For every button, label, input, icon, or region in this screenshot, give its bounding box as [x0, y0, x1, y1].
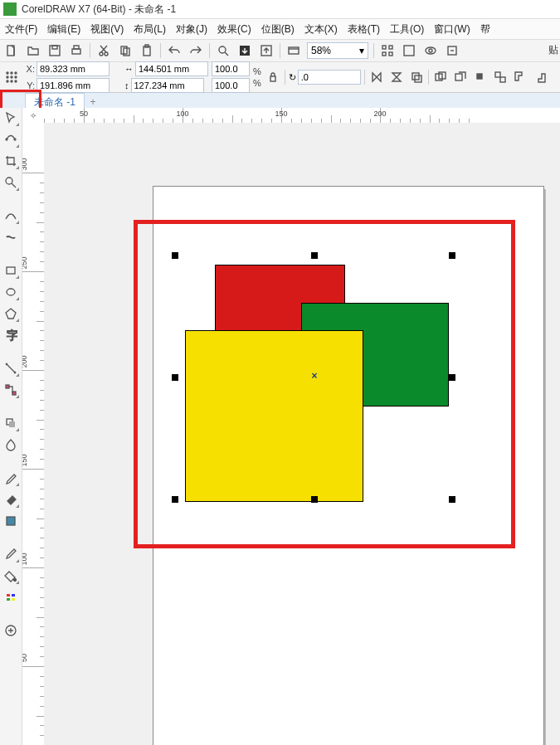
rectangle-tool[interactable] [2, 262, 19, 279]
x-label: X: [23, 64, 35, 74]
color-eyedropper-tool[interactable] [2, 470, 19, 486]
svg-rect-17 [382, 52, 386, 56]
y-position-input[interactable] [37, 78, 110, 93]
fullscreen-button[interactable] [401, 42, 417, 59]
intersect-button[interactable] [472, 69, 489, 85]
pick-tool[interactable] [2, 110, 19, 126]
polygon-tool[interactable] [2, 305, 19, 322]
selection-handle[interactable] [311, 496, 318, 503]
menu-tools[interactable]: 工具(O) [385, 22, 429, 37]
svg-point-30 [11, 80, 12, 82]
width-input[interactable] [135, 61, 208, 76]
copy-button[interactable] [117, 42, 134, 59]
drop-shadow-tool[interactable] [2, 415, 19, 431]
parallel-dim-tool[interactable] [2, 360, 19, 377]
paste-button[interactable] [139, 42, 155, 59]
menu-file[interactable]: 文件(F) [0, 22, 42, 37]
menu-layout[interactable]: 布局(L) [129, 22, 171, 37]
open-button[interactable] [25, 42, 41, 59]
publish-button[interactable] [285, 42, 302, 59]
menu-edit[interactable]: 编辑(E) [42, 22, 85, 37]
ellipse-tool[interactable] [2, 284, 19, 300]
export-button[interactable] [258, 42, 275, 59]
selection-handle[interactable] [172, 374, 178, 381]
menu-window[interactable]: 窗口(W) [429, 22, 475, 37]
transparency-tool[interactable] [2, 436, 19, 453]
ruler-label: 250 [22, 255, 28, 271]
trim-button[interactable] [452, 69, 469, 85]
simplify-button[interactable] [492, 69, 509, 85]
crop-tool[interactable] [2, 153, 19, 169]
x-position-input[interactable] [37, 61, 110, 76]
save-button[interactable] [46, 42, 63, 59]
svg-rect-40 [500, 77, 505, 82]
smart-drawing-tool[interactable] [2, 589, 19, 606]
selection-handle[interactable] [449, 496, 455, 503]
shape-tool[interactable] [2, 131, 19, 148]
zoom-tool[interactable] [2, 174, 19, 191]
artistic-media-tool[interactable] [2, 229, 19, 246]
freehand-tool[interactable] [2, 207, 19, 224]
selection-handle[interactable] [311, 252, 318, 259]
vertical-ruler[interactable]: 300250200150100500 [22, 123, 45, 745]
toolbox: 字 [0, 108, 22, 745]
canvas[interactable]: × [44, 123, 560, 745]
svg-rect-1 [50, 46, 60, 56]
zoom-dropdown-icon[interactable]: ▾ [356, 45, 368, 56]
selection-handle[interactable] [449, 252, 455, 259]
interactive-fill-tool[interactable] [2, 491, 19, 508]
menu-text[interactable]: 文本(X) [299, 22, 343, 37]
menu-object[interactable]: 对象(J) [171, 22, 212, 37]
horizontal-ruler[interactable]: 50100150200 [44, 108, 560, 124]
preview-button[interactable] [422, 42, 439, 59]
fill-tool[interactable] [2, 567, 19, 584]
scale-y-input[interactable] [212, 78, 250, 93]
drawing-area: ✧ 50100150200 300250200150100500 × [22, 108, 560, 745]
mirror-v-button[interactable] [388, 69, 405, 85]
print-button[interactable] [68, 42, 85, 59]
mirror-h-button[interactable] [368, 69, 385, 85]
selection-handle[interactable] [172, 496, 178, 503]
menu-effects[interactable]: 效果(C) [212, 22, 256, 37]
cut-button[interactable] [95, 42, 112, 59]
svg-rect-34 [415, 75, 421, 82]
rotation-input[interactable] [298, 70, 361, 85]
height-input[interactable] [131, 78, 204, 93]
object-origin-button[interactable] [3, 69, 20, 85]
menu-help[interactable]: 帮 [475, 22, 495, 37]
menu-bitmap[interactable]: 位图(B) [256, 22, 299, 37]
selection-handle[interactable] [172, 252, 178, 259]
ruler-corner[interactable]: ✧ [22, 108, 45, 124]
zoom-input[interactable] [308, 45, 356, 56]
menu-table[interactable]: 表格(T) [343, 22, 385, 37]
order-front-button[interactable] [408, 69, 425, 85]
svg-rect-19 [404, 46, 414, 56]
front-minus-back-button[interactable] [512, 69, 528, 85]
back-minus-front-button[interactable] [532, 69, 548, 85]
smart-fill-tool[interactable] [2, 513, 19, 529]
selection-center-marker[interactable]: × [311, 372, 318, 379]
text-tool[interactable]: 字 [2, 327, 19, 343]
snap-button[interactable] [379, 42, 396, 59]
selection-handle[interactable] [449, 374, 455, 381]
quick-customize-button[interactable] [2, 622, 19, 639]
svg-rect-4 [74, 46, 79, 49]
undo-button[interactable] [166, 42, 183, 59]
window-title: CorelDRAW X7 (64-Bit) - 未命名 -1 [22, 2, 176, 17]
width-icon: ↔ [124, 64, 134, 74]
weld-button[interactable] [432, 69, 449, 85]
outline-pen-tool[interactable] [2, 546, 19, 562]
new-button[interactable] [3, 42, 20, 59]
import-button[interactable] [236, 42, 253, 59]
scale-x-input[interactable] [212, 61, 250, 76]
lock-ratio-button[interactable] [265, 69, 281, 85]
menu-view[interactable]: 视图(V) [85, 22, 129, 37]
zoom-combo[interactable]: ▾ [307, 42, 368, 59]
yellow-rectangle-shape[interactable] [185, 330, 363, 502]
connector-tool[interactable] [2, 382, 19, 398]
options-button[interactable] [444, 42, 460, 59]
add-tab-button[interactable]: + [85, 96, 101, 108]
redo-button[interactable] [187, 42, 204, 59]
svg-point-26 [7, 76, 8, 78]
search-button[interactable] [215, 42, 231, 59]
